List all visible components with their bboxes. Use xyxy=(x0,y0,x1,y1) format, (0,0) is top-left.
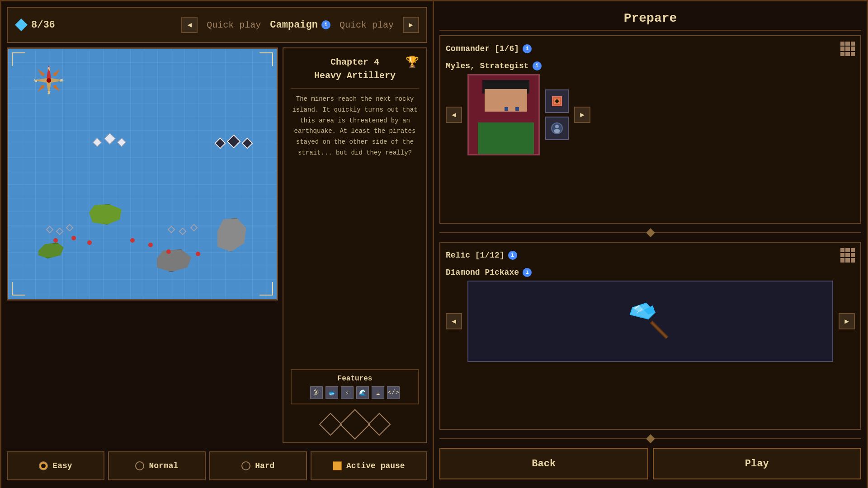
chapter-number: Chapter 4 xyxy=(291,56,419,69)
svg-text:W: W xyxy=(34,78,38,84)
grid-cell xyxy=(840,52,844,56)
diamond-pickaxe-svg xyxy=(623,294,678,348)
easy-radio-inner xyxy=(41,464,46,468)
campaign-label: Campaign i xyxy=(270,19,330,31)
chapter-description: The miners reach the next rocky island. … xyxy=(291,94,419,364)
ornament-line-right-2 xyxy=(654,438,862,439)
svg-text:N: N xyxy=(47,66,51,72)
grid-cell xyxy=(851,42,855,46)
progress-diamonds xyxy=(291,413,419,435)
grid-cell xyxy=(840,253,844,257)
relic-name-area: Diamond Pickaxe i xyxy=(446,268,855,277)
relic-section-title: Relic [1/12] i xyxy=(446,251,517,260)
grid-cell xyxy=(840,42,844,46)
pixel-character xyxy=(469,75,538,154)
map-container: N S W E xyxy=(7,47,278,300)
compass: N S W E xyxy=(31,62,67,99)
ornament-line-left-2 xyxy=(439,438,647,439)
grid-cell xyxy=(851,47,855,51)
back-button[interactable]: Back xyxy=(439,448,648,479)
campaign-info-badge[interactable]: i xyxy=(321,20,330,29)
svg-rect-20 xyxy=(651,322,668,338)
relic-prev-arrow[interactable]: ◀ xyxy=(446,313,462,329)
relic-name: Diamond Pickaxe i xyxy=(446,268,855,277)
bottom-divider xyxy=(439,434,861,443)
svg-text:S: S xyxy=(47,90,51,95)
right-nav-label: Quick play xyxy=(340,20,394,30)
svg-marker-4 xyxy=(52,68,61,77)
prog-diamond-2 xyxy=(340,409,370,440)
commander-info-badge[interactable]: i xyxy=(523,44,532,53)
hard-button[interactable]: Hard xyxy=(209,451,307,480)
left-nav-label: Quick play xyxy=(207,20,261,30)
normal-button[interactable]: Normal xyxy=(108,451,206,480)
prog-diamond-3 xyxy=(368,413,391,436)
grid-cell xyxy=(851,52,855,56)
svg-point-8 xyxy=(47,78,51,83)
char-jacket xyxy=(478,122,534,154)
map-corner-tr xyxy=(259,52,273,66)
relic-image xyxy=(467,281,833,362)
ornament-line-left xyxy=(439,232,647,233)
char-face xyxy=(485,89,527,112)
easy-radio xyxy=(39,461,48,470)
feature-icon-5: ☁ xyxy=(372,386,384,399)
path-dot-5 xyxy=(166,249,171,254)
prog-diamond-1 xyxy=(319,413,342,436)
path-dot-6 xyxy=(196,252,200,256)
commander-header: Commander [1/6] i xyxy=(446,42,855,56)
commander-next-arrow[interactable]: ▶ xyxy=(574,107,590,123)
path-dot-7 xyxy=(53,238,58,243)
right-panel: Prepare Commander [1/6] i xyxy=(434,1,867,488)
grid-cell xyxy=(845,253,849,257)
commander-section-title: Commander [1/6] i xyxy=(446,44,532,53)
top-bar: 8/36 ◀ Quick play Campaign i Quick play … xyxy=(7,7,427,43)
relic-info-badge[interactable]: i xyxy=(508,251,517,260)
grid-cell xyxy=(845,47,849,51)
feature-icon-1: 🌫 xyxy=(310,386,323,399)
grid-cell xyxy=(845,258,849,262)
commander-portrait xyxy=(467,74,540,155)
hard-label: Hard xyxy=(255,461,274,470)
features-title: Features xyxy=(296,375,414,383)
ability-slot-2 xyxy=(545,117,569,140)
nav-left-arrow[interactable]: ◀ xyxy=(181,17,198,33)
easy-button[interactable]: Easy xyxy=(7,451,104,480)
relic-name-info[interactable]: i xyxy=(523,268,532,277)
hard-radio xyxy=(241,461,250,470)
map-corner-br xyxy=(259,282,273,296)
ability-slot-1 xyxy=(545,89,569,113)
relic-grid-button[interactable] xyxy=(840,248,855,263)
relic-section: Relic [1/12] i Diamond Pickaxe xyxy=(439,242,861,430)
commander-name: Myles, Strategist i xyxy=(446,61,855,70)
grid-cell xyxy=(845,42,849,46)
grid-cell xyxy=(851,253,855,257)
commander-name-info[interactable]: i xyxy=(533,61,542,70)
ornament-diamond xyxy=(646,228,655,237)
commander-prev-arrow[interactable]: ◀ xyxy=(446,107,462,123)
play-button[interactable]: Play xyxy=(653,448,862,479)
relic-header: Relic [1/12] i xyxy=(446,248,855,263)
active-pause-button[interactable]: Active pause xyxy=(311,451,427,480)
char-eye-right xyxy=(515,107,519,111)
grid-cell xyxy=(840,248,844,252)
grid-cell xyxy=(851,248,855,252)
nav-section: ◀ Quick play Campaign i Quick play ▶ xyxy=(181,17,419,33)
nav-right-arrow[interactable]: ▶ xyxy=(403,17,419,33)
path-dot-3 xyxy=(130,238,135,243)
commander-grid-button[interactable] xyxy=(840,42,855,56)
chapter-header: Chapter 4 Heavy Artillery 🏆 xyxy=(291,56,419,89)
relic-next-arrow[interactable]: ▶ xyxy=(839,313,855,329)
section-divider xyxy=(439,228,861,237)
svg-marker-6 xyxy=(36,84,45,93)
path-dot-1 xyxy=(71,236,76,240)
gem-icon xyxy=(15,19,28,31)
feature-icon-2: 🐟 xyxy=(326,386,338,399)
gem-counter: 8/36 xyxy=(15,19,55,31)
features-section: Features 🌫 🐟 ⚡ 🌊 ☁ </> xyxy=(291,369,419,404)
bottom-bar: Easy Normal Hard Active pause xyxy=(7,448,427,484)
grid-cell xyxy=(845,248,849,252)
relic-display: ◀ ▶ xyxy=(446,281,855,362)
easy-label: Easy xyxy=(52,461,72,470)
normal-radio xyxy=(135,461,144,470)
